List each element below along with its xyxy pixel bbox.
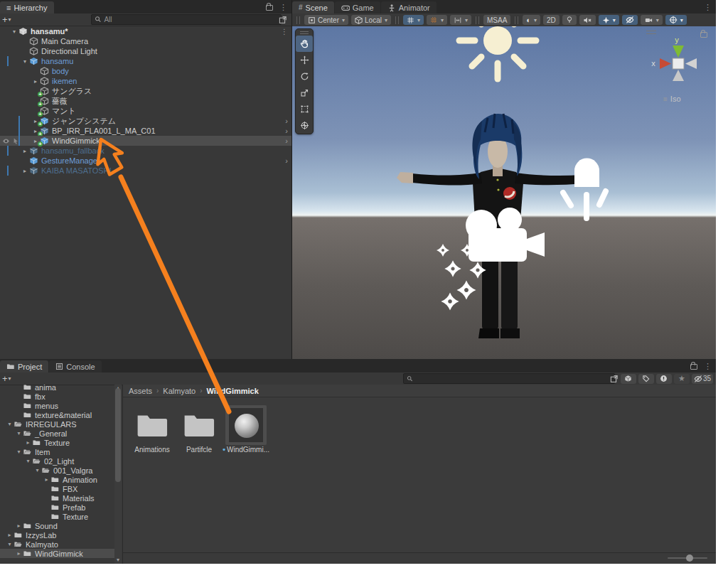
hierarchy-search[interactable] [91,14,282,25]
expand-arrow-icon[interactable]: ▾ [15,449,23,455]
tab-hierarchy[interactable]: ≡ Hierarchy [0,1,54,14]
collapsed-arrow-icon[interactable]: ▸ [21,148,29,154]
expand-arrow-icon[interactable]: ▾ [24,458,32,464]
hierarchy-search-input[interactable] [104,16,278,23]
open-prefab-chevron[interactable]: › [285,156,288,165]
tree-item-texture-material[interactable]: texture&material [0,410,122,419]
grid-visibility-button[interactable]: ▾ [403,15,424,25]
tab-console[interactable]: Console [49,360,101,373]
expand-arrow-icon[interactable]: ▾ [10,28,18,35]
move-tool-button[interactable] [296,52,313,68]
scrollbar-thumb[interactable] [115,388,121,482]
collapsed-arrow-icon[interactable]: ▸ [43,476,50,483]
tree-item-item[interactable]: ▾Item [0,447,122,456]
camera-settings-button[interactable]: ▾ [641,15,663,25]
filter-by-label-button[interactable] [638,374,654,384]
favorites-button[interactable]: ★ [674,374,690,384]
tab-animator[interactable]: Animator [381,1,437,14]
breadcrumb-kalmyato[interactable]: Kalmyato [163,387,196,395]
hand-tool-button[interactable] [296,36,313,52]
snap-grid-button[interactable]: ▾ [427,15,447,25]
hierarchy-item-kaiba[interactable]: ▸ KAIBA MASATOSHI [0,166,291,176]
tree-item-general[interactable]: ▾_General [0,429,122,438]
gizmo-axes[interactable]: y x [645,33,710,101]
tree-item-fbx[interactable]: fbx [0,392,122,401]
hierarchy-item-scene[interactable]: ▾ hansamu* ⋮ [0,26,291,36]
expand-arrow-icon[interactable]: ▾ [6,421,14,427]
projection-toggle[interactable]: ≡ Iso [663,95,681,103]
tab-project[interactable]: Project [0,360,48,373]
audio-toggle-button[interactable] [579,15,596,25]
tree-item-sound[interactable]: ▸Sound [0,521,122,530]
snap-increment-button[interactable]: ▾ [450,15,471,25]
toolbar-grip[interactable] [476,16,479,24]
asset-partifcle-folder[interactable]: Partifcle [176,405,223,454]
thumbnail-size-slider[interactable] [668,557,707,559]
collapsed-arrow-icon[interactable]: ▸ [24,439,32,446]
pivot-mode-button[interactable]: Center▾ [304,15,348,25]
toolbar-grip[interactable] [296,16,300,24]
scene-kebab-icon[interactable]: ⋮ [281,28,288,36]
hierarchy-item-gesturemanager[interactable]: GestureManager › [0,156,291,166]
hierarchy-item-main-camera[interactable]: Main Camera [0,36,291,46]
add-object-button[interactable]: +▾ [0,14,14,25]
lighting-toggle-button[interactable] [562,15,577,25]
hierarchy-item-body[interactable]: body [0,66,291,76]
create-asset-button[interactable]: +▾ [0,373,14,384]
scale-tool-button[interactable] [296,85,313,101]
orientation-button[interactable]: Local▾ [351,15,391,25]
msaa-button[interactable]: MSAA [483,15,510,25]
effects-toggle-button[interactable]: ▾ [599,15,619,25]
lock-icon[interactable] [266,5,273,11]
expand-arrow-icon[interactable]: ▾ [21,58,29,65]
hierarchy-item-windgimmick[interactable]: ▸ + WindGimmick › [0,136,291,146]
expand-arrow-icon[interactable]: ▾ [6,541,14,547]
tree-item-kalmyato[interactable]: ▾Kalmyato [0,540,122,549]
hierarchy-item-manto[interactable]: + マント [0,106,291,116]
toolbar-grip[interactable] [515,16,518,24]
hidden-objects-button[interactable] [622,15,638,25]
2d-toggle-button[interactable]: 2D [543,15,560,25]
open-prefab-chevron[interactable]: › [285,127,288,135]
tree-item-animation[interactable]: ▸Animation [0,475,122,484]
collapsed-arrow-icon[interactable]: ▸ [15,523,23,529]
tools-grip[interactable] [296,29,313,36]
hidden-count-button[interactable]: 35 [692,374,713,384]
draw-mode-button[interactable]: ◐ ▾ [523,15,540,25]
tree-item-texture2[interactable]: Texture [0,512,122,521]
tree-item-windgimmick[interactable]: ▸WindGimmick [0,549,122,558]
rotate-tool-button[interactable] [296,68,313,85]
rect-tool-button[interactable] [296,101,313,117]
lock-icon[interactable] [690,364,697,370]
expand-arrow-icon[interactable]: ▾ [33,467,41,473]
project-search[interactable] [403,373,615,384]
kebab-menu-icon[interactable]: ⋮ [704,4,712,11]
transform-tool-button[interactable] [296,117,313,134]
expand-arrow-icon[interactable]: ▾ [15,430,23,436]
tab-game[interactable]: Game [335,1,380,14]
tree-item-irregulars[interactable]: ▾IRREGULARS [0,419,122,429]
open-prefab-chevron[interactable]: › [285,136,288,145]
tree-scrollbar[interactable]: ▴ ▾ [114,385,122,564]
open-search-window-icon[interactable] [610,375,619,383]
breadcrumb-assets[interactable]: Assets [129,387,152,395]
hierarchy-item-hansamu[interactable]: ▾ hansamu [0,56,291,66]
scroll-down-icon[interactable]: ▾ [114,557,122,563]
project-search-input[interactable] [416,375,611,382]
tree-item-fbx2[interactable]: FBX [0,484,122,493]
hierarchy-item-hansamu-fallback[interactable]: ▸ hansamu_fallback [0,146,291,156]
tree-item-menus[interactable]: menus [0,401,122,410]
collapsed-arrow-icon[interactable]: ▸ [6,532,14,538]
collapsed-arrow-icon[interactable]: ▸ [31,78,40,85]
collapsed-arrow-icon[interactable]: ▸ [21,168,29,174]
hierarchy-item-directional-light[interactable]: Directional Light [0,46,291,56]
orientation-gizmo[interactable]: y x ≡ Iso [645,28,710,120]
tree-item-anima[interactable]: anima [0,385,122,392]
hierarchy-item-sunglasses[interactable]: + サングラス [0,86,291,96]
hierarchy-item-jump-system[interactable]: ▸ + ジャンプシステム › [0,116,291,126]
filter-by-type-button[interactable] [621,374,636,384]
tab-scene[interactable]: # Scene [292,1,334,14]
tree-item-02-light[interactable]: ▾02_Light [0,456,122,466]
kebab-menu-icon[interactable]: ⋮ [704,363,712,370]
slider-knob[interactable] [686,554,693,562]
